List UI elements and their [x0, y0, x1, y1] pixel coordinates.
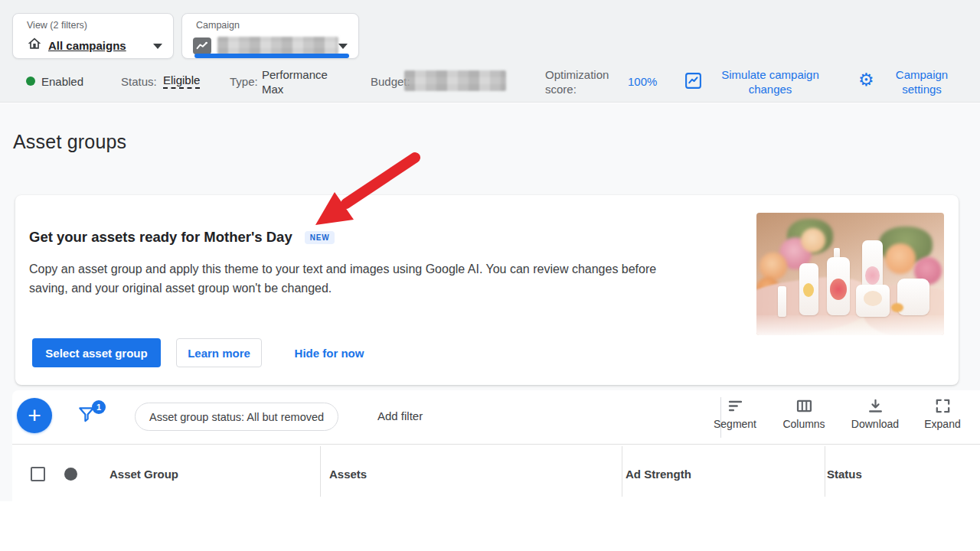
- view-selector[interactable]: View (2 filters) All campaigns: [12, 13, 174, 59]
- add-asset-group-button[interactable]: +: [17, 398, 52, 433]
- campaign-selector[interactable]: Campaign: [181, 13, 359, 59]
- simulate-campaign-changes-link[interactable]: Simulate campaign changes: [708, 67, 832, 96]
- enabled-status-dot: [26, 77, 35, 86]
- table-header-row: Asset Group Assets Ad Strength Status: [12, 445, 980, 501]
- product-bottle: [778, 286, 786, 317]
- mothers-day-promo-card: Get your assets ready for Mother's Day N…: [15, 195, 959, 385]
- view-selector-label: View (2 filters): [27, 20, 87, 31]
- status-filter-circle-icon[interactable]: [64, 468, 77, 481]
- budget-value-redacted: [404, 70, 506, 91]
- column-header-status[interactable]: Status: [827, 468, 862, 481]
- petal-blob: [891, 303, 903, 312]
- campaign-enabled-text: Enabled: [41, 75, 83, 88]
- simulate-chart-icon[interactable]: [684, 71, 703, 93]
- asset-groups-table-panel: + 1 Asset group status: All but removed …: [12, 390, 980, 501]
- page-title: Asset groups: [13, 131, 126, 153]
- home-icon: [27, 36, 42, 54]
- status-value[interactable]: Eligible: [163, 73, 200, 89]
- campaign-context-bar: View (2 filters) All campaigns Campaign: [0, 0, 980, 103]
- rose-blob: [885, 243, 916, 274]
- column-divider: [622, 446, 622, 497]
- learn-more-button[interactable]: Learn more: [176, 338, 262, 367]
- chevron-down-icon: [338, 44, 348, 49]
- add-filter-button[interactable]: Add filter: [377, 409, 423, 422]
- type-value: Performance Max: [262, 67, 341, 96]
- segment-button[interactable]: Segment: [704, 397, 766, 430]
- campaign-selector-label: Campaign: [196, 20, 240, 31]
- columns-button[interactable]: Columns: [773, 397, 835, 430]
- campaign-chart-icon: [193, 37, 211, 54]
- new-badge: NEW: [305, 231, 335, 244]
- tabletop-reflection: [756, 315, 944, 335]
- rose-blob: [760, 253, 787, 280]
- table-toolbar: + 1 Asset group status: All but removed …: [12, 390, 980, 445]
- filter-count-badge: 1: [92, 400, 106, 414]
- promo-description: Copy an asset group and apply this theme…: [29, 259, 681, 298]
- columns-icon: [795, 397, 813, 415]
- download-icon: [867, 397, 884, 415]
- select-all-checkbox[interactable]: [31, 467, 45, 481]
- select-asset-group-button[interactable]: Select asset group: [32, 338, 161, 367]
- chevron-down-icon: [153, 44, 162, 49]
- pump-bottle: [827, 257, 850, 315]
- column-divider: [320, 446, 321, 497]
- google-ads-asset-groups-page: View (2 filters) All campaigns Campaign: [0, 0, 980, 551]
- promo-title: Get your assets ready for Mother's Day: [29, 229, 292, 246]
- column-divider: [825, 446, 825, 497]
- column-header-asset-group[interactable]: Asset Group: [109, 468, 178, 481]
- expand-icon: [934, 397, 952, 415]
- rose-blob: [801, 228, 825, 253]
- type-label: Type:: [230, 75, 258, 88]
- hide-for-now-button[interactable]: Hide for now: [279, 338, 379, 367]
- promo-product-image: [756, 213, 944, 335]
- filter-chip-asset-group-status[interactable]: Asset group status: All but removed: [135, 403, 338, 431]
- gear-icon[interactable]: ⚙: [858, 71, 874, 89]
- selected-campaign-indicator: [194, 54, 349, 58]
- expand-button[interactable]: Expand: [912, 397, 973, 430]
- optimization-score-value[interactable]: 100%: [628, 75, 657, 88]
- column-header-ad-strength[interactable]: Ad Strength: [626, 468, 691, 481]
- segment-icon: [727, 397, 744, 415]
- product-bottle: [799, 263, 818, 315]
- filter-button[interactable]: 1: [77, 404, 103, 432]
- optimization-score-label: Optimization score:: [545, 67, 619, 96]
- view-selector-value: All campaigns: [48, 39, 126, 52]
- download-button[interactable]: Download: [844, 397, 906, 430]
- status-label: Status:: [121, 75, 157, 88]
- campaign-settings-link[interactable]: Campaign settings: [886, 67, 958, 96]
- column-header-assets[interactable]: Assets: [329, 468, 367, 481]
- campaign-name-redacted: [217, 37, 338, 55]
- product-jar: [856, 285, 890, 317]
